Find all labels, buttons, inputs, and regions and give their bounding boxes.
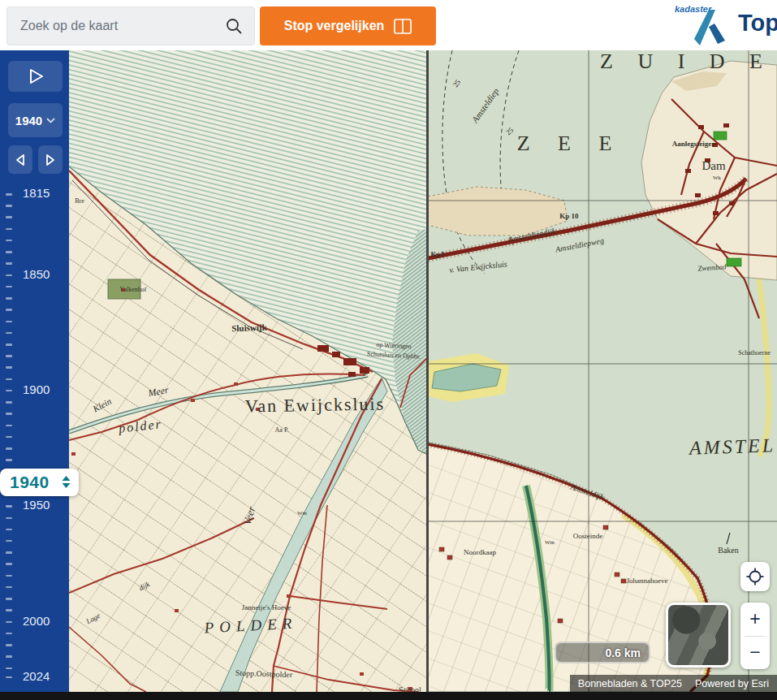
year-sorter-icon — [62, 476, 71, 488]
play-icon — [25, 67, 46, 85]
timeline-tick — [6, 366, 12, 369]
timeline-tick — [6, 390, 12, 392]
map-label: Aa P. — [275, 427, 289, 434]
selected-year-value: 1940 — [10, 473, 50, 492]
timeline-tick — [6, 676, 12, 679]
timeline-year-label[interactable]: 2024 — [23, 669, 50, 683]
attribution-powered-by: Powered by Esri — [695, 678, 769, 689]
timeline-year-label[interactable]: 2000 — [23, 614, 50, 628]
timeline-tick — [6, 425, 12, 427]
map-label: Zwembad — [697, 263, 727, 272]
timeline-tick — [6, 540, 12, 542]
timeline-year-label[interactable]: 1900 — [23, 382, 50, 396]
zoom-out-button[interactable]: − — [740, 637, 770, 670]
map-label: Aanlegsteiger — [672, 140, 714, 148]
timeline-tick — [6, 505, 12, 508]
step-back-button[interactable] — [8, 145, 32, 174]
timeline-tick — [6, 240, 12, 242]
map-area[interactable]: SluiswijkVan EwijcksluisAa P.KleinMeerpo… — [69, 50, 777, 692]
timeline-tick — [6, 355, 12, 357]
timeline-tick — [6, 609, 12, 611]
compare-divider[interactable] — [426, 50, 429, 692]
timeline-year-label[interactable]: 1815 — [23, 186, 50, 200]
map-label: Z E E — [517, 133, 624, 154]
split-view-icon — [394, 19, 412, 34]
map-label: Amsteldijk — [569, 483, 604, 502]
map-label: Veer — [242, 505, 257, 526]
year-dropdown[interactable]: 1940 — [8, 103, 63, 137]
year-dropdown-value: 1940 — [15, 114, 42, 127]
timeline-tick — [6, 621, 12, 624]
map-label: Dam — [701, 160, 725, 172]
timeline-tick — [6, 216, 12, 218]
timeline-tick — [6, 598, 12, 600]
basemap-thumbnail[interactable] — [666, 603, 731, 668]
stop-compare-label: Stop vergelijken — [284, 19, 385, 33]
map-label: School — [399, 686, 421, 692]
stop-compare-button[interactable]: Stop vergelijken — [260, 6, 436, 45]
kadaster-logo[interactable]: kadaster Top — [670, 0, 777, 50]
map-label: Wk — [713, 175, 721, 181]
map-label: 25 — [452, 79, 463, 89]
zoom-in-button[interactable]: + — [740, 603, 770, 636]
locate-button[interactable] — [740, 562, 770, 591]
timeline-year-label[interactable]: 1950 — [23, 498, 50, 512]
timeline-tick — [6, 344, 12, 346]
map-label: Valkenhof — [120, 287, 147, 293]
timeline-tick — [6, 251, 12, 253]
header: Stop vergelijken kadaster Top — [0, 0, 777, 50]
timeline-tick — [6, 205, 12, 207]
app-title: Top — [738, 10, 777, 37]
timeline-tick — [6, 401, 12, 404]
timeline-tick — [6, 286, 12, 288]
map-label: Kp 9 — [431, 252, 445, 258]
step-forward-button[interactable] — [38, 145, 63, 174]
timeline-tick — [6, 551, 12, 554]
timeline-tick — [6, 459, 12, 461]
zoom-control: + − — [740, 603, 770, 669]
map-label: Jannetje's Hoeve — [242, 604, 291, 611]
map-label: Bre — [75, 198, 84, 205]
timeline-tick — [6, 644, 12, 646]
timeline-year-label[interactable]: 1850 — [23, 267, 50, 281]
map-label: Kp 10 — [559, 213, 578, 220]
map-label: Amsteldiep — [470, 87, 500, 124]
map-left-pane[interactable]: SluiswijkVan EwijcksluisAa P.KleinMeerpo… — [69, 50, 428, 692]
map-attribution: Bonnebladen & TOP25 Powered by Esri — [570, 675, 777, 692]
map-label: Schathoerne — [738, 350, 771, 356]
timeline-tick — [6, 633, 12, 635]
timeline-tick — [6, 378, 12, 381]
timeline-tick — [6, 321, 12, 323]
bottom-bar — [0, 692, 777, 700]
map-label: Schutsluis en Ophbr. — [367, 351, 421, 360]
map-label: Baken — [718, 547, 739, 555]
previous-year-icon — [14, 153, 27, 166]
map-label: dijk — [138, 581, 151, 592]
map-label: polder — [118, 417, 162, 435]
selected-year-handle[interactable]: 1940 — [0, 469, 79, 496]
map-label: Oosteinde — [573, 533, 603, 540]
timeline-tick — [6, 274, 12, 277]
timeline-tick — [6, 262, 12, 265]
timeline-tick — [6, 297, 12, 300]
search-box[interactable] — [6, 6, 255, 45]
search-icon[interactable] — [225, 17, 243, 35]
search-input[interactable] — [7, 19, 225, 33]
timeline-tick — [6, 309, 12, 311]
timeline-tick — [6, 228, 12, 231]
map-label: Sluiswijk — [231, 323, 267, 334]
map-right-pane[interactable]: Z U I D EZ E EAanlegsteigerDamWkAmsteldi… — [428, 50, 777, 692]
kadaster-logo-mark — [693, 10, 730, 47]
map-label: Lage — [85, 612, 101, 625]
timeline-tick — [6, 193, 12, 196]
timeline-tick — [6, 668, 12, 670]
attribution-sources: Bonnebladen & TOP25 — [578, 678, 682, 689]
map-label: Z U I D E — [600, 51, 772, 72]
map-label: Stopp.Oostpolder — [235, 669, 293, 679]
map-left-labels: SluiswijkVan EwijcksluisAa P.KleinMeerpo… — [69, 50, 428, 692]
map-label: v. Van Ewijcksluis — [449, 260, 507, 274]
map-label: Wm — [297, 511, 307, 516]
timeline-tick — [6, 413, 12, 415]
play-button[interactable] — [8, 61, 63, 92]
map-label: op Wieringen — [376, 342, 412, 350]
